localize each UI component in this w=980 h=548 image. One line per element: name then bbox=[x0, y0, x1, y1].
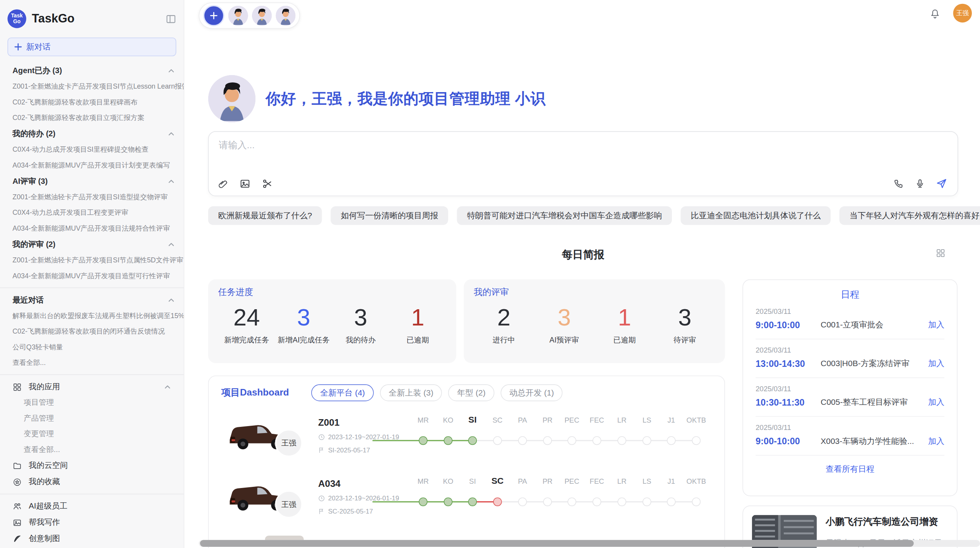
microphone-icon[interactable] bbox=[914, 178, 925, 189]
phone-call-icon[interactable] bbox=[893, 178, 905, 189]
schedule-time: 9:00-10:00 bbox=[756, 320, 821, 330]
join-link[interactable]: 加入 bbox=[928, 358, 944, 369]
app-item[interactable]: 变更管理 bbox=[0, 426, 184, 442]
milestone-dot bbox=[617, 497, 626, 506]
scissors-icon[interactable] bbox=[262, 178, 273, 189]
milestone-label: MR bbox=[418, 416, 429, 423]
chevron-up-icon[interactable] bbox=[168, 130, 175, 137]
add-agent-button[interactable] bbox=[203, 5, 224, 26]
sidebar-item[interactable]: C02-飞腾新能源轻客改款项目里程碑画布 bbox=[0, 94, 184, 110]
sidebar-collapse-icon[interactable] bbox=[166, 14, 176, 24]
attachment-icon[interactable] bbox=[218, 178, 228, 189]
stat-value: 3 bbox=[275, 303, 332, 332]
project-filter-tab[interactable]: 年型 (2) bbox=[448, 384, 494, 401]
suggestion-chip[interactable]: 比亚迪全固态电池计划具体说了什么 bbox=[681, 206, 831, 225]
sidebar-item-cloud-space[interactable]: 我的云空间 bbox=[0, 457, 184, 474]
schedule-entry[interactable]: 2025/03/119:00-10:00C001-立项审批会加入 bbox=[756, 301, 944, 339]
sidebar-item[interactable]: C0X4-动力总成开发项目工程变更评审 bbox=[0, 205, 184, 221]
agent-avatar-3[interactable] bbox=[276, 6, 296, 26]
quill-icon bbox=[12, 534, 22, 543]
join-link[interactable]: 加入 bbox=[928, 319, 944, 331]
sidebar-item-my-apps[interactable]: 我的应用 bbox=[0, 379, 184, 395]
section-recent-chats[interactable]: 最近对话 bbox=[0, 292, 184, 308]
milestone-label: PEC bbox=[564, 478, 579, 485]
stat-item: 3AI预评审 bbox=[534, 303, 595, 346]
divider bbox=[0, 374, 184, 375]
agent-avatar-1[interactable] bbox=[228, 6, 248, 26]
project-filter-tab[interactable]: 动总开发 (1) bbox=[500, 384, 563, 401]
sidebar-item[interactable]: C0X4-动力总成开发项目SI里程碑提交物检查 bbox=[0, 142, 184, 158]
sidebar-item-help-write[interactable]: 帮我写作 bbox=[0, 514, 184, 531]
section-ai-review[interactable]: AI评审 (3) bbox=[0, 173, 184, 189]
project-dashboard-header: 项目Dashboard 全新平台 (4)全新上装 (3)年型 (2)动总开发 (… bbox=[209, 376, 724, 407]
my-review-card: 我的评审 2进行中3AI预评审1已逾期3待评审 bbox=[464, 279, 725, 363]
section-my-todo[interactable]: 我的待办 (2) bbox=[0, 126, 184, 142]
sidebar-item-favorites[interactable]: 我的收藏 bbox=[0, 474, 184, 490]
sidebar-item[interactable]: A034-全新新能源MUV产品开发项目法规符合性评审 bbox=[0, 221, 184, 236]
agent-avatar-2[interactable] bbox=[252, 6, 272, 26]
layout-grid-icon[interactable] bbox=[935, 248, 946, 258]
project-owner-avatar: 王强 bbox=[275, 429, 303, 457]
sidebar-item[interactable]: C02-飞腾新能源轻客改款项目立项汇报方案 bbox=[0, 110, 184, 125]
project-row-a034[interactable]: 王强 A034 2023-12-19~2026-01-19 bbox=[209, 468, 724, 529]
app-item[interactable]: 项目管理 bbox=[0, 395, 184, 411]
app-logo: Task Go bbox=[7, 9, 26, 28]
milestone-dot bbox=[667, 497, 676, 506]
join-link[interactable]: 加入 bbox=[928, 436, 944, 447]
chevron-up-icon[interactable] bbox=[168, 67, 175, 74]
main-area: 王强 你好，王强，我是你的项目管理助理 小识 bbox=[184, 0, 980, 548]
recent-chat-item[interactable]: 查看全部... bbox=[0, 355, 184, 370]
chat-input[interactable] bbox=[218, 138, 826, 167]
app-item[interactable]: 产品管理 bbox=[0, 411, 184, 426]
suggestion-chip[interactable]: 欧洲新规最近颁布了什么? bbox=[208, 206, 322, 225]
section-agent-done[interactable]: Agent已办 (3) bbox=[0, 62, 184, 79]
schedule-entry[interactable]: 2025/03/1110:30-11:30C005-整车工程目标评审加入 bbox=[756, 378, 944, 417]
stat-label: AI预评审 bbox=[534, 335, 595, 346]
sidebar-item[interactable]: A034-全新新能源MUV产品开发项目造型可行性评审 bbox=[0, 268, 184, 284]
milestone-dot bbox=[493, 436, 502, 445]
chevron-up-icon[interactable] bbox=[164, 383, 171, 390]
sidebar-item-ai-employee[interactable]: AI超级员工 bbox=[0, 498, 184, 514]
milestone-label: MR bbox=[418, 478, 429, 485]
milestone-dot bbox=[444, 436, 453, 445]
schedule-date: 2025/03/11 bbox=[756, 424, 944, 431]
suggestion-chip[interactable]: 当下年轻人对汽车外观有怎样的喜好趋势 bbox=[840, 206, 980, 225]
milestone-label: J1 bbox=[667, 416, 675, 423]
sidebar-item[interactable]: Z001-全新燃油轻卡产品开发项目SI造型提交物评审 bbox=[0, 189, 184, 205]
project-dashboard-card: 项目Dashboard 全新平台 (4)全新上装 (3)年型 (2)动总开发 (… bbox=[208, 375, 725, 548]
flag-icon bbox=[318, 508, 325, 515]
recent-chat-item[interactable]: C02-飞腾新能源轻客改款项目的闭环通告反馈情况 bbox=[0, 324, 184, 339]
join-link[interactable]: 加入 bbox=[928, 397, 944, 408]
chevron-up-icon[interactable] bbox=[168, 241, 175, 248]
main-content: 你好，王强，我是你的项目管理助理 小识 bbox=[184, 0, 980, 548]
insert-image-icon[interactable] bbox=[239, 178, 250, 189]
section-my-review[interactable]: 我的评审 (2) bbox=[0, 236, 184, 252]
sidebar-item[interactable]: A034-全新新能源MUV产品开发项目计划变更表编写 bbox=[0, 158, 184, 173]
sidebar-item-creative-draw[interactable]: 创意制图 bbox=[0, 531, 184, 547]
chevron-up-icon[interactable] bbox=[168, 296, 175, 303]
project-row-z001[interactable]: 王强 Z001 2023-12-19~2027-01-19 bbox=[209, 407, 724, 468]
new-chat-label: 新对话 bbox=[26, 41, 51, 53]
project-filter-tab[interactable]: 全新上装 (3) bbox=[380, 384, 442, 401]
app-title: TaskGo bbox=[32, 12, 74, 26]
recent-chat-item[interactable]: 公司Q3轻卡销量 bbox=[0, 339, 184, 355]
suggestion-chip[interactable]: 特朗普可能对进口汽车增税会对中国车企造成哪些影响 bbox=[457, 206, 672, 225]
project-filter-tab[interactable]: 全新平台 (4) bbox=[312, 384, 374, 401]
horizontal-scrollbar[interactable] bbox=[199, 540, 980, 547]
send-icon[interactable] bbox=[935, 178, 947, 190]
sidebar-item[interactable]: Z001-全新燃油轻卡产品开发项目SI节点属性5D文件评审 bbox=[0, 252, 184, 268]
sidebar-item[interactable]: Z001-全新燃油皮卡产品开发项目SI节点Lesson Learn报告 bbox=[0, 79, 184, 94]
stat-value: 3 bbox=[655, 303, 715, 332]
flag-text: SC-2025-05-17 bbox=[328, 507, 373, 515]
chevron-up-icon[interactable] bbox=[168, 178, 175, 185]
logo-line2: Go bbox=[13, 19, 21, 24]
app-item[interactable]: 查看全部... bbox=[0, 442, 184, 457]
horizontal-scrollbar-thumb[interactable] bbox=[200, 540, 914, 547]
schedule-entry[interactable]: 2025/03/1113:00-14:30C003|H0B-方案冻结评审加入 bbox=[756, 339, 944, 378]
suggestion-chip[interactable]: 如何写一份清晰的项目周报 bbox=[331, 206, 449, 225]
schedule-entry[interactable]: 2025/03/119:00-10:00X003-车辆动力学性能验...加入 bbox=[756, 417, 944, 456]
view-all-schedule-link[interactable]: 查看所有日程 bbox=[743, 456, 957, 475]
new-chat-button[interactable]: 新对话 bbox=[7, 38, 176, 56]
recent-chat-item[interactable]: 解释最新出台的欧盟报废车法规再生塑料比例被调至15%... bbox=[0, 308, 184, 324]
milestone-label: PA bbox=[518, 478, 527, 485]
